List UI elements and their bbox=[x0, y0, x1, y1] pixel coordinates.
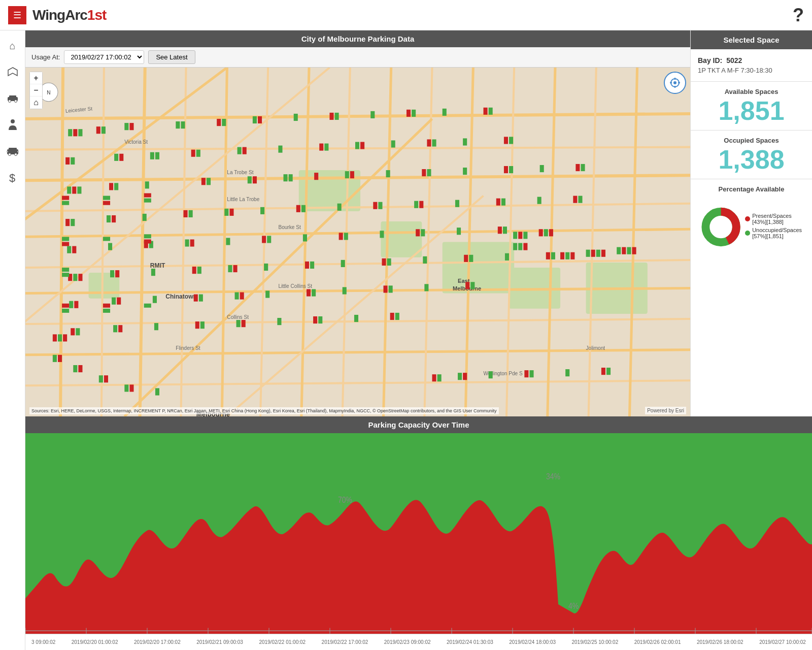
hamburger-button[interactable]: ☰ bbox=[8, 6, 26, 24]
svg-rect-216 bbox=[118, 325, 122, 332]
svg-rect-239 bbox=[103, 304, 110, 308]
svg-rect-190 bbox=[464, 255, 468, 262]
svg-rect-146 bbox=[414, 201, 418, 208]
svg-rect-260 bbox=[544, 229, 548, 236]
svg-rect-271 bbox=[601, 250, 605, 257]
svg-rect-264 bbox=[523, 243, 527, 250]
svg-rect-174 bbox=[73, 274, 77, 281]
svg-text:Little Collins St: Little Collins St bbox=[278, 283, 312, 289]
svg-rect-127 bbox=[509, 166, 513, 173]
svg-rect-224 bbox=[318, 316, 322, 323]
timeline-label-7: 2019/02/24 01:30:03 bbox=[447, 639, 493, 645]
sidebar-item-map[interactable] bbox=[4, 63, 22, 81]
svg-rect-219 bbox=[200, 321, 205, 329]
sidebar-item-car[interactable] bbox=[4, 89, 22, 108]
svg-rect-210 bbox=[424, 284, 428, 291]
svg-text:Chinatown: Chinatown bbox=[165, 293, 197, 300]
svg-rect-201 bbox=[199, 295, 203, 302]
svg-rect-275 bbox=[632, 247, 636, 254]
help-button[interactable]: ? bbox=[793, 5, 804, 26]
svg-rect-107 bbox=[67, 186, 71, 193]
svg-rect-223 bbox=[313, 316, 317, 323]
svg-rect-221 bbox=[242, 320, 246, 327]
svg-rect-83 bbox=[443, 109, 447, 116]
hamburger-icon: ☰ bbox=[13, 10, 21, 21]
svg-rect-197 bbox=[112, 298, 116, 305]
svg-rect-95 bbox=[243, 147, 247, 154]
map-container[interactable]: Leicester St Victoria St La Trobe St Lit… bbox=[25, 68, 690, 416]
svg-rect-71 bbox=[176, 121, 180, 128]
svg-rect-276 bbox=[53, 334, 57, 341]
svg-rect-82 bbox=[412, 110, 416, 117]
svg-rect-166 bbox=[344, 233, 348, 240]
svg-rect-251 bbox=[524, 370, 528, 377]
svg-rect-122 bbox=[386, 170, 390, 177]
app-header: ☰ WingArc1st ? bbox=[0, 0, 812, 30]
svg-rect-250 bbox=[489, 371, 493, 378]
sidebar-item-home[interactable]: ⌂ bbox=[4, 37, 22, 55]
timeline-labels: 3 09:00:02 2019/02/20 01:00:02 2019/02/2… bbox=[31, 639, 806, 645]
svg-rect-90 bbox=[150, 152, 154, 159]
svg-rect-254 bbox=[601, 368, 605, 375]
svg-rect-227 bbox=[395, 313, 399, 320]
svg-rect-163 bbox=[267, 236, 271, 243]
svg-rect-106 bbox=[509, 137, 513, 144]
see-latest-button[interactable]: See Latest bbox=[148, 50, 195, 64]
svg-rect-65 bbox=[73, 129, 77, 136]
svg-rect-161 bbox=[226, 238, 230, 245]
svg-rect-126 bbox=[504, 166, 508, 173]
svg-rect-256 bbox=[513, 232, 517, 239]
chart-container[interactable]: 70% 34% 4% bbox=[25, 433, 812, 634]
svg-rect-234 bbox=[62, 304, 69, 308]
svg-text:4%: 4% bbox=[568, 601, 579, 610]
timeline-label-10: 2019/02/26 02:00:01 bbox=[634, 639, 681, 645]
svg-rect-141 bbox=[296, 205, 300, 212]
reset-location-button[interactable] bbox=[664, 72, 686, 94]
zoom-out-button[interactable]: − bbox=[30, 84, 42, 96]
svg-rect-162 bbox=[262, 236, 266, 243]
svg-rect-217 bbox=[154, 323, 158, 330]
svg-rect-212 bbox=[470, 282, 475, 289]
svg-rect-282 bbox=[78, 365, 82, 372]
zoom-in-button[interactable]: + bbox=[30, 72, 42, 84]
svg-rect-273 bbox=[622, 247, 626, 254]
percentage-label: Percentage Available bbox=[697, 185, 806, 193]
svg-text:La Trobe St: La Trobe St bbox=[227, 170, 253, 175]
occupied-legend-label: Present/Spaces [43%][1,388] bbox=[752, 213, 792, 225]
svg-rect-168 bbox=[416, 229, 420, 236]
percentage-section: Percentage Available bbox=[691, 179, 812, 265]
svg-rect-68 bbox=[101, 126, 106, 134]
zoom-home-button[interactable]: ⌂ bbox=[30, 96, 42, 109]
timeline-label-6: 2019/02/23 09:00:02 bbox=[384, 639, 431, 645]
datetime-select[interactable]: 2019/02/27 17:00:02 bbox=[64, 50, 144, 64]
svg-rect-159 bbox=[185, 239, 189, 246]
svg-rect-136 bbox=[184, 210, 188, 217]
available-legend-label: Unoccupied/Spaces [57%][1,851] bbox=[752, 227, 802, 239]
svg-text:Bourke St: Bourke St bbox=[278, 224, 301, 230]
svg-rect-78 bbox=[329, 113, 333, 120]
svg-text:Collins St: Collins St bbox=[227, 314, 249, 320]
sidebar-item-dollar[interactable]: $ bbox=[4, 169, 22, 187]
svg-rect-118 bbox=[289, 174, 293, 181]
sidebar-item-car2[interactable] bbox=[4, 142, 22, 160]
svg-rect-270 bbox=[596, 250, 600, 257]
svg-rect-272 bbox=[617, 247, 621, 254]
svg-rect-153 bbox=[578, 196, 582, 203]
sidebar-item-person[interactable] bbox=[4, 116, 22, 134]
svg-rect-96 bbox=[278, 146, 282, 153]
app-logo: WingArc1st bbox=[32, 7, 106, 23]
top-area: City of Melbourne Parking Data Usage At:… bbox=[25, 30, 812, 416]
svg-rect-147 bbox=[419, 201, 423, 208]
svg-rect-145 bbox=[378, 202, 382, 209]
usage-label: Usage At: bbox=[31, 53, 60, 61]
occupied-spaces-label: Occupied Spaces bbox=[697, 137, 806, 144]
map-svg: Leicester St Victoria St La Trobe St Lit… bbox=[25, 68, 690, 416]
svg-rect-257 bbox=[518, 232, 522, 239]
available-spaces-label: Available Spaces bbox=[697, 88, 806, 95]
bay-info: Bay ID: 5022 1P TKT A M-F 7:30-18:30 bbox=[691, 49, 812, 82]
svg-rect-280 bbox=[58, 355, 62, 362]
svg-text:Victoria St: Victoria St bbox=[124, 139, 148, 145]
svg-rect-169 bbox=[421, 229, 425, 236]
svg-text:Little La Trobe: Little La Trobe bbox=[227, 197, 259, 202]
svg-rect-193 bbox=[546, 252, 550, 259]
